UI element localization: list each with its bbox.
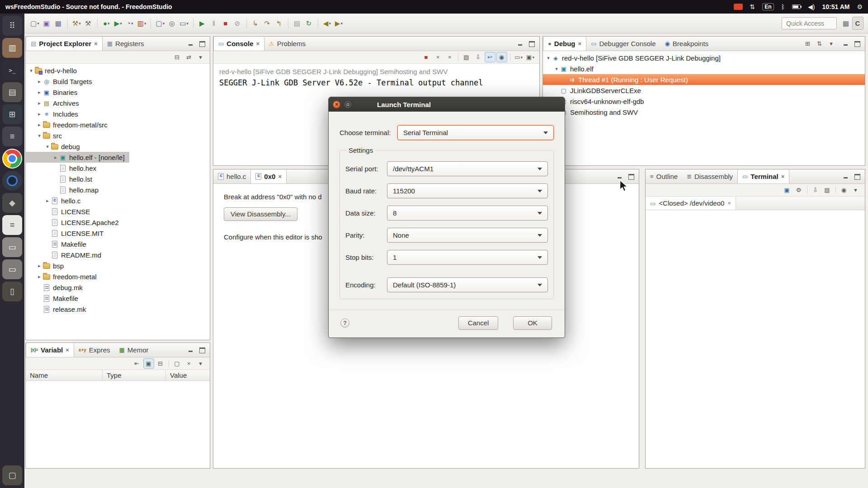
tab-close-icon[interactable] [278,174,282,179]
tree-item-src[interactable]: src [26,130,66,141]
expander-icon[interactable] [36,89,43,95]
terminal-body[interactable] [646,210,865,468]
debug-view-menu-button[interactable]: ▾ [826,38,837,49]
c-cpp-perspective-button[interactable]: C [852,17,863,30]
open-perspective-button[interactable]: ▦ [840,17,852,30]
tree-item-archives[interactable]: Archives [26,98,84,108]
minimize-view-icon[interactable] [188,41,194,46]
tree-item-release-mk[interactable]: release.mk [26,304,90,314]
tree-item-makefile[interactable]: Makefile [26,293,83,304]
expander-icon[interactable] [28,68,35,74]
field-select[interactable]: 8 [387,206,548,221]
tab-close-icon[interactable] [66,347,69,353]
tree-item-debug-mk[interactable]: debug.mk [26,282,87,293]
chrome-icon[interactable] [2,149,22,169]
clear-console-button[interactable]: ▧ [461,52,472,62]
maximize-view-icon[interactable] [854,174,860,179]
toolbar-button[interactable] [193,19,193,28]
drawer2-icon[interactable]: ▭ [2,259,22,279]
tree-item-red-v-hello[interactable]: red-v-hello [26,65,81,76]
updown-button[interactable]: ⇅ [814,38,825,49]
open-terminal-button[interactable]: ▭▾ [178,17,190,30]
tab-close-icon[interactable] [256,41,259,47]
view-menu-button[interactable]: ▾ [195,52,206,62]
freedomstudio-icon[interactable]: ≡ [2,215,22,235]
field-select[interactable]: 115200 [387,183,548,198]
new-terminal-button[interactable]: ▣ [782,185,793,195]
tab-0x0[interactable]: 0x0 [250,169,287,183]
quick-access-box[interactable]: Quick Access [782,17,837,29]
minimize-view-icon[interactable] [188,347,194,352]
field-select[interactable]: 1 [387,250,548,265]
tab-hello-c[interactable]: hello.c [213,169,250,183]
session-menu-icon[interactable]: ⚙ [857,3,863,10]
variables-body[interactable] [26,381,210,468]
view-button[interactable] [458,53,458,61]
debug-item-launch[interactable]: red-v-hello [SiFive GDB SEGGER J-Link De… [543,52,865,63]
run-button[interactable]: ▶▾ [113,17,124,30]
field-select[interactable]: Default (ISO-8859-1) [387,277,548,292]
debug-item-jlink[interactable]: JLinkGDBServerCLExe [543,85,865,96]
view-button[interactable] [510,53,510,61]
tab-terminal[interactable]: Terminal [737,169,789,183]
drawer-icon[interactable]: ▭ [2,237,22,257]
coverage-button[interactable]: ▥▾ [136,17,148,30]
terminate-button[interactable]: ■ [220,17,231,30]
maximize-view-icon[interactable] [628,174,634,179]
step-into-button[interactable]: ↳ [250,17,261,30]
tree-item-license-apache2[interactable]: LICENSE.Apache2 [26,217,123,228]
maximize-view-icon[interactable] [199,347,205,352]
maximize-view-icon[interactable] [199,41,205,46]
expander-icon[interactable] [36,274,43,280]
toolbar-button[interactable] [318,19,318,28]
debug-item-hello-elf[interactable]: hello.elf [543,63,865,74]
dash-icon[interactable]: ⠿ [2,16,22,36]
expander-icon[interactable] [36,111,43,117]
tree-item-freedom-metal[interactable]: freedom-metal [26,271,101,282]
back-button[interactable]: ◀▾ [321,17,333,30]
dialog-maximize-icon[interactable] [344,101,351,108]
archive-manager-icon[interactable]: ▤ [2,82,22,102]
column-header[interactable]: Value [166,370,210,380]
tab-disassembly[interactable]: Disassembly [682,169,737,183]
link-editor-button[interactable]: ⇄ [184,52,194,62]
tab-project-explorer[interactable]: Project Explorer [26,37,103,51]
toolbar-button[interactable] [67,19,68,28]
scroll-lock-button[interactable]: ⇩ [473,52,484,62]
tab-close-icon[interactable] [781,174,785,179]
help-button[interactable]: ? [340,319,349,328]
tree-item-bsp[interactable]: bsp [26,260,68,271]
new-button[interactable]: ▢▾ [29,17,41,30]
toolbar-button[interactable] [246,19,247,28]
add-watch-button[interactable]: ▢ [172,358,183,369]
close-all-consoles-button[interactable]: × [444,52,455,62]
view-button[interactable] [807,186,807,194]
pin-console-button[interactable]: ◉ [496,52,507,62]
dialog-close-icon[interactable] [333,101,340,108]
camera-icon[interactable] [2,171,22,191]
stop-button[interactable]: ■ [421,52,432,62]
expander-icon[interactable] [36,122,43,128]
expander-icon[interactable] [36,100,43,106]
expander-icon[interactable] [545,55,552,61]
choose-terminal-select[interactable]: Serial Terminal [397,125,554,140]
toolbar-button[interactable] [288,19,288,28]
disconnect-button[interactable]: ⊘ [232,17,243,30]
pin-terminal-button[interactable]: ◉ [839,185,849,195]
tab-console[interactable]: Console [213,37,264,51]
tab-registers[interactable]: Registers [103,37,149,51]
maximize-view-icon[interactable] [529,41,535,46]
tab-outline[interactable]: Outline [646,169,682,183]
maximize-view-icon[interactable] [854,41,860,46]
tab-breakpoints[interactable]: Breakpoints [660,37,713,51]
expander-icon[interactable] [553,66,560,72]
save-button[interactable]: ▣ [41,17,52,30]
cancel-button[interactable]: Cancel [458,316,498,330]
terminal-settings-button[interactable]: ⚙ [793,185,804,195]
minimize-view-icon[interactable] [518,41,524,46]
tree-item-license-mit[interactable]: LICENSE.MIT [26,228,108,239]
tab-close-icon[interactable] [94,41,98,47]
scroll-lock-terminal-button[interactable]: ⇩ [810,185,821,195]
instruction-stepping-button[interactable]: ▤ [292,17,303,30]
tablet-icon[interactable]: ▯ [2,282,22,301]
